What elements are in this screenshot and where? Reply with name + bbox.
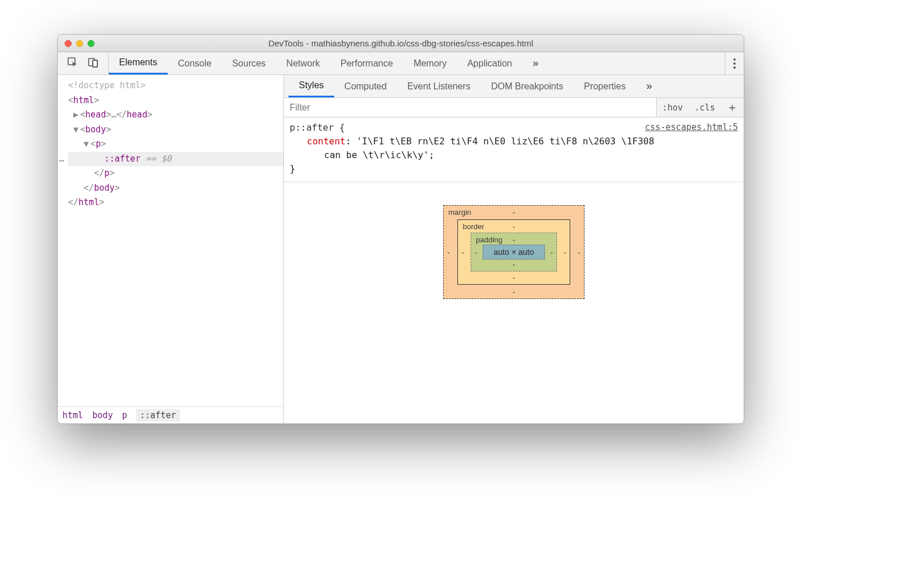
tab-memory[interactable]: Memory — [403, 52, 457, 74]
styles-filter-bar: :hov .cls ＋ — [284, 98, 744, 117]
hov-toggle[interactable]: :hov — [657, 103, 689, 113]
css-property[interactable]: content — [307, 136, 345, 147]
body-tag[interactable]: body — [85, 124, 106, 135]
chevron-right-icon: » — [532, 57, 538, 69]
box-model-viewer: margin - - - - border - - - - padding - — [284, 182, 744, 423]
crumb-html[interactable]: html — [62, 410, 83, 420]
tab-network[interactable]: Network — [276, 52, 330, 74]
box-model-content[interactable]: auto × auto — [483, 245, 544, 260]
collapse-toggle-icon[interactable]: ▼ — [84, 137, 90, 152]
devtools-window: DevTools - mathiasbynens.github.io/css-d… — [57, 34, 744, 424]
styles-tabs: Styles Computed Event Listeners DOM Brea… — [284, 75, 744, 98]
css-rule-block[interactable]: css-escapes.html:5 p::after { content: '… — [284, 117, 744, 182]
crumb-body[interactable]: body — [92, 410, 113, 420]
rule-selector: p::after { — [290, 122, 345, 133]
styles-tabs-overflow[interactable]: » — [636, 75, 662, 97]
head-tag[interactable]: head — [85, 109, 106, 120]
styles-toggles: :hov .cls ＋ — [656, 98, 744, 117]
rule-close-brace: } — [290, 163, 295, 174]
tab-computed[interactable]: Computed — [334, 75, 397, 97]
dollar-zero-ref: == $0 — [140, 154, 171, 164]
css-value-line1[interactable]: 'I\F1 t\EB rn\E2 ti\F4 n\E0 liz\E6 ti\F8… — [357, 136, 654, 147]
doctype-node: <!doctype html> — [68, 80, 145, 91]
after-pseudo: ::after — [104, 154, 140, 164]
expand-toggle-icon[interactable]: ▶ — [73, 108, 80, 123]
minimize-window-button[interactable] — [76, 40, 83, 47]
box-model-padding[interactable]: padding - - - - auto × auto — [471, 233, 556, 272]
breadcrumb: html body p ::after — [58, 406, 283, 423]
tabs-overflow-button[interactable]: » — [522, 52, 548, 74]
border-label: border — [463, 222, 484, 231]
tab-console[interactable]: Console — [168, 52, 222, 74]
main-tabs: Elements Console Sources Network Perform… — [109, 52, 548, 74]
window-title: DevTools - mathiasbynens.github.io/css-d… — [64, 38, 738, 48]
chevron-right-icon: » — [646, 80, 652, 92]
tab-styles[interactable]: Styles — [289, 75, 334, 97]
new-style-rule-button[interactable]: ＋ — [721, 100, 744, 115]
dom-tree[interactable]: <!doctype html> <html> ▶<head>…</head> ▼… — [58, 75, 283, 406]
svg-rect-2 — [93, 60, 97, 67]
crumb-p[interactable]: p — [122, 410, 127, 420]
dom-panel: <!doctype html> <html> ▶<head>…</head> ▼… — [58, 75, 284, 423]
html-open-tag[interactable]: html — [73, 95, 94, 105]
selected-dom-node[interactable]: ::after == $0 — [68, 152, 283, 167]
zoom-window-button[interactable] — [88, 40, 94, 47]
tab-sources[interactable]: Sources — [222, 52, 276, 74]
tab-performance[interactable]: Performance — [330, 52, 404, 74]
css-value-line2[interactable]: can be \t\r\ic\k\y'; — [324, 150, 435, 160]
toolbar-left-group — [58, 52, 109, 74]
collapse-toggle-icon[interactable]: ▼ — [73, 123, 80, 137]
crumb-after[interactable]: ::after — [136, 409, 179, 422]
styles-panel: Styles Computed Event Listeners DOM Brea… — [284, 75, 744, 423]
main-toolbar: Elements Console Sources Network Perform… — [58, 52, 744, 75]
p-tag[interactable]: p — [96, 139, 101, 149]
tab-elements[interactable]: Elements — [109, 52, 168, 74]
device-toggle-icon[interactable] — [88, 57, 99, 70]
box-model-margin[interactable]: margin - - - - border - - - - padding - — [443, 205, 584, 299]
tab-properties[interactable]: Properties — [574, 75, 636, 97]
close-window-button[interactable] — [65, 40, 72, 47]
tab-application[interactable]: Application — [457, 52, 522, 74]
rule-source-link[interactable]: css-escapes.html:5 — [645, 121, 738, 134]
toolbar-right-group — [725, 52, 744, 74]
window-controls — [65, 40, 94, 47]
content-area: <!doctype html> <html> ▶<head>…</head> ▼… — [58, 75, 744, 423]
cls-toggle[interactable]: .cls — [689, 103, 721, 113]
tab-event-listeners[interactable]: Event Listeners — [397, 75, 480, 97]
margin-label: margin — [448, 208, 471, 217]
titlebar: DevTools - mathiasbynens.github.io/css-d… — [58, 35, 744, 52]
more-options-icon[interactable] — [733, 58, 736, 69]
tab-dom-breakpoints[interactable]: DOM Breakpoints — [481, 75, 574, 97]
styles-filter-input[interactable] — [284, 98, 656, 117]
box-model-border[interactable]: border - - - - padding - - - - auto × au… — [457, 219, 570, 285]
inspect-element-icon[interactable] — [67, 57, 78, 70]
padding-label: padding — [476, 235, 502, 244]
